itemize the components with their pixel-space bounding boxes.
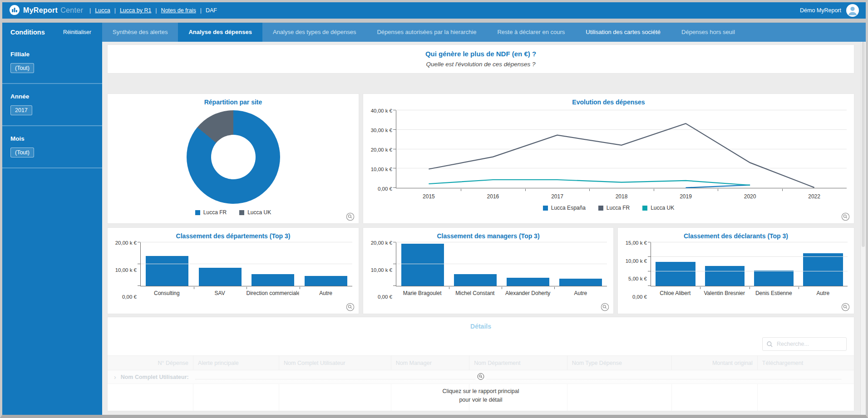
app-window: MyReport Center |Lucca|Lucca by R1|Notes…: [0, 0, 868, 418]
expand-arrow-icon[interactable]: ›: [114, 374, 116, 381]
x-tick-label: 2015: [423, 193, 435, 200]
myreport-logo-icon: [9, 5, 20, 16]
table-column: [672, 384, 758, 411]
brand: MyReport Center: [9, 5, 83, 16]
dotted-leader: [195, 379, 841, 379]
column-header[interactable]: Nom Manager: [391, 356, 470, 370]
column-header[interactable]: Nom Type Dépense: [567, 356, 672, 370]
x-tick-label: Michel Constant: [449, 290, 501, 296]
filter-label: Année: [10, 93, 94, 100]
magnifier-zoom-button[interactable]: [841, 212, 850, 221]
breadcrumb-link[interactable]: DAF: [206, 7, 217, 14]
panel-classement-declarants: Classement des déclarants (Top 3) 0,00 €…: [617, 227, 854, 314]
top-header: MyReport Center |Lucca|Lucca by R1|Notes…: [2, 2, 866, 19]
main-content: Qui génère le plus de NDF (en €) ? Quell…: [102, 42, 860, 415]
legend-item[interactable]: Lucca FR: [598, 205, 630, 211]
chart-title: Classement des managers (Top 3): [363, 228, 613, 240]
vertical-scrollbar[interactable]: [860, 42, 866, 415]
breadcrumb-link[interactable]: Notes de frais: [161, 7, 196, 14]
column-header[interactable]: Nom Département: [469, 356, 567, 370]
body: Filliale(Tout)Année2017Mois(Tout) Qui gé…: [2, 42, 866, 415]
breadcrumb-link[interactable]: Lucca: [95, 7, 110, 14]
charts-row-2: Classement des départements (Top 3) 0,00…: [107, 227, 854, 314]
bar-3[interactable]: [300, 242, 353, 286]
bar-3[interactable]: [799, 242, 848, 286]
scrollbar-thumb[interactable]: [862, 42, 865, 247]
filter-section: Filliale(Tout): [2, 42, 102, 84]
filter-value-chip[interactable]: (Tout): [10, 148, 34, 157]
column-header[interactable]: Téléchargement: [758, 356, 854, 370]
column-header[interactable]: N° Dépense: [108, 356, 193, 370]
legend-item[interactable]: Lucca España: [543, 205, 586, 211]
x-tick-label: SAV: [193, 290, 247, 296]
x-tick-label: Chloe Alibert: [651, 290, 700, 296]
breadcrumb-link[interactable]: Lucca by R1: [120, 7, 151, 14]
column-header[interactable]: Alerte principale: [193, 356, 279, 370]
bar-2[interactable]: [502, 242, 554, 286]
magnifier-zoom-button[interactable]: [601, 303, 609, 311]
magnifier-zoom-button[interactable]: [346, 212, 355, 221]
page-title: Qui génère le plus de NDF (en €) ?: [108, 50, 854, 58]
legend-item[interactable]: Lucca UK: [239, 209, 271, 216]
tab-5[interactable]: Utilisation des cartes société: [575, 23, 671, 42]
legend-item[interactable]: Lucca UK: [642, 205, 674, 211]
bar-plot[interactable]: [396, 242, 607, 286]
breadcrumb-separator: |: [200, 7, 202, 14]
brand-suffix: Center: [60, 6, 83, 15]
search-input[interactable]: [776, 340, 842, 348]
table-column: [567, 384, 672, 411]
bar-1[interactable]: [700, 242, 749, 286]
panel-repartition-par-site: Répartition par site Lucca FRLucca UK: [107, 93, 359, 224]
line-series[interactable]: [429, 180, 750, 185]
bar-2[interactable]: [750, 242, 799, 286]
line-series[interactable]: [429, 123, 814, 187]
bar-3[interactable]: [554, 242, 607, 286]
brand-name: MyReport: [23, 6, 58, 15]
chart-title: Classement des déclarants (Top 3): [618, 228, 854, 240]
filter-value-chip[interactable]: 2017: [10, 105, 32, 115]
tab-2[interactable]: Analyse des types de dépenses: [262, 23, 367, 42]
bar-2[interactable]: [247, 242, 300, 286]
bar-1[interactable]: [194, 242, 247, 286]
table-column: [279, 384, 391, 411]
filter-value-chip[interactable]: (Tout): [10, 63, 34, 73]
magnifier-zoom-button[interactable]: [841, 303, 850, 311]
x-tick-label: Autre: [554, 290, 607, 296]
donut-chart[interactable]: [187, 110, 280, 204]
bar-chart: 0,00 €10,00 k €20,00 k € Marie Bragoulet…: [366, 242, 607, 296]
bar-0[interactable]: [651, 242, 700, 286]
magnifier-zoom-button[interactable]: [475, 373, 486, 381]
table-column: [193, 384, 279, 411]
line-series[interactable]: [686, 185, 750, 188]
line-plot[interactable]: 2015201620172018201920202022: [396, 110, 847, 188]
magnifier-zoom-button[interactable]: [346, 303, 355, 311]
user-name: Démo MyReport: [800, 7, 841, 14]
bar-plot[interactable]: [651, 242, 848, 286]
column-header[interactable]: Nom Complet Utilisateur: [279, 356, 391, 370]
user-avatar-icon[interactable]: [846, 4, 859, 17]
window-separator: [2, 19, 866, 23]
tab-bar: Conditions Réinitialiser Synthèse des al…: [2, 23, 866, 42]
column-header[interactable]: Montant original: [672, 356, 758, 370]
tab-0[interactable]: Synthèse des alertes: [102, 23, 178, 42]
tab-4[interactable]: Reste à déclarer en cours: [487, 23, 575, 42]
details-panel: Détails N° DépenseAlerte principaleNom C…: [107, 317, 854, 411]
y-axis: 0,00 €10,00 k €20,00 k €: [366, 242, 396, 296]
x-tick-label: Marie Bragoulet: [396, 290, 449, 296]
y-axis: 0,00 €10,00 k €20,00 k €30,00 k €40,00 k…: [366, 110, 396, 188]
tab-1[interactable]: Analyse des dépenses: [178, 23, 262, 42]
x-tick-label: Autre: [799, 290, 848, 296]
conditions-title: Conditions: [10, 29, 45, 36]
bar-0[interactable]: [396, 242, 449, 286]
conditions-header: Conditions Réinitialiser: [2, 23, 102, 42]
chart-title: Répartition par site: [108, 94, 359, 106]
bar-plot[interactable]: [140, 242, 352, 286]
x-tick-label: Denis Estienne: [749, 290, 799, 296]
reset-filters-button[interactable]: Réinitialiser: [60, 29, 94, 36]
conditions-sidebar: Filliale(Tout)Année2017Mois(Tout): [2, 42, 102, 415]
tab-3[interactable]: Dépenses autorisées par la hierarchie: [366, 23, 487, 42]
legend-item[interactable]: Lucca FR: [195, 209, 227, 216]
bar-1[interactable]: [449, 242, 502, 286]
bar-0[interactable]: [141, 242, 194, 286]
tab-6[interactable]: Dépenses hors seuil: [671, 23, 745, 42]
